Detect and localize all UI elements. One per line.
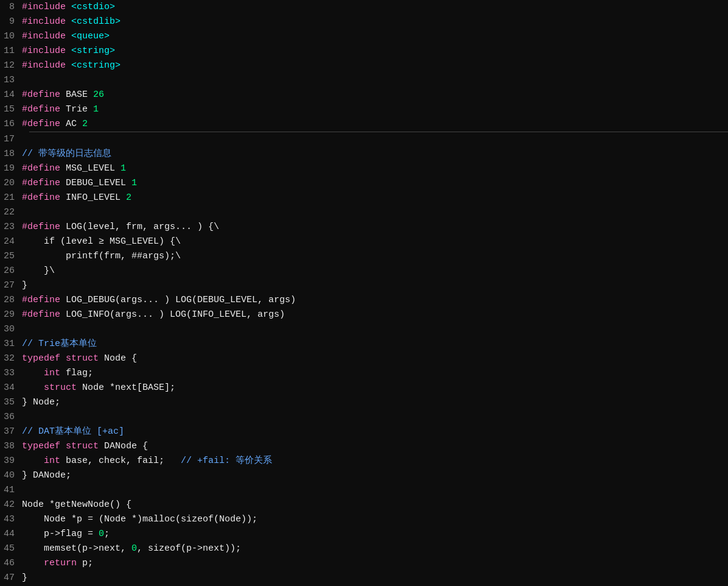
code-line: 14#define BASE 26 <box>0 88 728 102</box>
code-line: 40} DANode; <box>0 468 728 483</box>
line-content: #include <cstdlib> <box>22 15 728 29</box>
line-number: 19 <box>0 161 22 176</box>
line-content: int base, check, fail; // +fail: 等价关系 <box>22 454 728 468</box>
line-number: 45 <box>0 542 22 556</box>
line-number: 46 <box>0 556 22 571</box>
line-number: 32 <box>0 351 22 366</box>
line-number: 18 <box>0 147 22 161</box>
line-content: struct Node *next[BASE]; <box>22 381 728 395</box>
line-number: 8 <box>0 0 22 15</box>
line-content: printf(frm, ##args);\ <box>22 249 728 264</box>
line-content: #include <queue> <box>22 29 728 44</box>
code-line: 15#define Trie 1 <box>0 102 728 117</box>
line-content: #define INFO_LEVEL 2 <box>22 191 728 205</box>
line-content: } <box>22 278 728 293</box>
line-number: 28 <box>0 293 22 308</box>
code-line: 16#define AC 2 <box>0 117 728 132</box>
code-line: 21#define INFO_LEVEL 2 <box>0 191 728 205</box>
line-number: 36 <box>0 410 22 425</box>
line-content: typedef struct Node { <box>22 351 728 366</box>
line-content: memset(p->next, 0, sizeof(p->next)); <box>22 542 728 556</box>
line-number: 25 <box>0 249 22 264</box>
line-number: 40 <box>0 468 22 483</box>
code-line: 22 <box>0 205 728 220</box>
code-line: 41 <box>0 483 728 498</box>
code-line: 23#define LOG(level, frm, args... ) {\ <box>0 220 728 235</box>
code-line: 13 <box>0 73 728 88</box>
line-number: 37 <box>0 425 22 439</box>
code-line: 39 int base, check, fail; // +fail: 等价关系 <box>0 454 728 468</box>
line-number: 31 <box>0 337 22 351</box>
line-number: 47 <box>0 571 22 585</box>
line-number: 33 <box>0 366 22 381</box>
line-content: #include <cstring> <box>22 58 728 73</box>
code-line: 18// 带等级的日志信息 <box>0 147 728 161</box>
code-line: 27} <box>0 278 728 293</box>
line-content: #define AC 2 <box>22 117 728 132</box>
code-line: 12#include <cstring> <box>0 58 728 73</box>
line-number: 13 <box>0 73 22 88</box>
line-number: 41 <box>0 483 22 498</box>
line-content: p->flag = 0; <box>22 527 728 542</box>
line-number: 11 <box>0 44 22 58</box>
line-number: 34 <box>0 381 22 395</box>
code-line: 37// DAT基本单位 [+ac] <box>0 425 728 439</box>
code-line: 34 struct Node *next[BASE]; <box>0 381 728 395</box>
code-line: 44 p->flag = 0; <box>0 527 728 542</box>
code-line: 36 <box>0 410 728 425</box>
line-number: 22 <box>0 205 22 220</box>
line-number: 15 <box>0 102 22 117</box>
line-content: // DAT基本单位 [+ac] <box>22 425 728 439</box>
code-line: 43 Node *p = (Node *)malloc(sizeof(Node)… <box>0 512 728 527</box>
code-line: 38typedef struct DANode { <box>0 439 728 454</box>
code-line: 9#include <cstdlib> <box>0 15 728 29</box>
line-number: 38 <box>0 439 22 454</box>
line-content: // 带等级的日志信息 <box>22 147 728 161</box>
line-number: 43 <box>0 512 22 527</box>
line-content: if (level ≥ MSG_LEVEL) {\ <box>22 235 728 249</box>
line-number: 39 <box>0 454 22 468</box>
line-content: } Node; <box>22 395 728 410</box>
line-content: #define LOG(level, frm, args... ) {\ <box>22 220 728 235</box>
line-content: #include <cstdio> <box>22 0 728 15</box>
line-number: 20 <box>0 176 22 191</box>
code-line: 26 }\ <box>0 264 728 278</box>
line-content: #define MSG_LEVEL 1 <box>22 161 728 176</box>
line-number: 42 <box>0 498 22 512</box>
line-number: 17 <box>0 132 22 147</box>
code-line: 25 printf(frm, ##args);\ <box>0 249 728 264</box>
code-line: 47} <box>0 571 728 585</box>
line-content: int flag; <box>22 366 728 381</box>
line-content: }\ <box>22 264 728 278</box>
line-number: 16 <box>0 117 22 132</box>
line-number: 10 <box>0 29 22 44</box>
code-line: 28#define LOG_DEBUG(args... ) LOG(DEBUG_… <box>0 293 728 308</box>
code-line: 45 memset(p->next, 0, sizeof(p->next)); <box>0 542 728 556</box>
code-line: 46 return p; <box>0 556 728 571</box>
code-line: 8#include <cstdio> <box>0 0 728 15</box>
code-line: 42Node *getNewNode() { <box>0 498 728 512</box>
line-content: #include <string> <box>22 44 728 58</box>
code-line: 30 <box>0 322 728 337</box>
line-content: #define LOG_DEBUG(args... ) LOG(DEBUG_LE… <box>22 293 728 308</box>
line-content: #define LOG_INFO(args... ) LOG(INFO_LEVE… <box>22 308 728 322</box>
line-number: 14 <box>0 88 22 102</box>
line-number: 29 <box>0 308 22 322</box>
line-content: return p; <box>22 556 728 571</box>
code-line: 31// Trie基本单位 <box>0 337 728 351</box>
line-content: #define BASE 26 <box>22 88 728 102</box>
line-content: } <box>22 571 728 585</box>
line-number: 26 <box>0 264 22 278</box>
line-number: 27 <box>0 278 22 293</box>
code-line: 11#include <string> <box>0 44 728 58</box>
line-number: 44 <box>0 527 22 542</box>
line-number: 23 <box>0 220 22 235</box>
code-line: 32typedef struct Node { <box>0 351 728 366</box>
code-line: 19#define MSG_LEVEL 1 <box>0 161 728 176</box>
line-number: 21 <box>0 191 22 205</box>
code-lines: 8#include <cstdio>9#include <cstdlib>10#… <box>0 0 728 585</box>
line-number: 12 <box>0 58 22 73</box>
line-number: 35 <box>0 395 22 410</box>
code-line: 29#define LOG_INFO(args... ) LOG(INFO_LE… <box>0 308 728 322</box>
code-line: 17 <box>0 132 728 147</box>
